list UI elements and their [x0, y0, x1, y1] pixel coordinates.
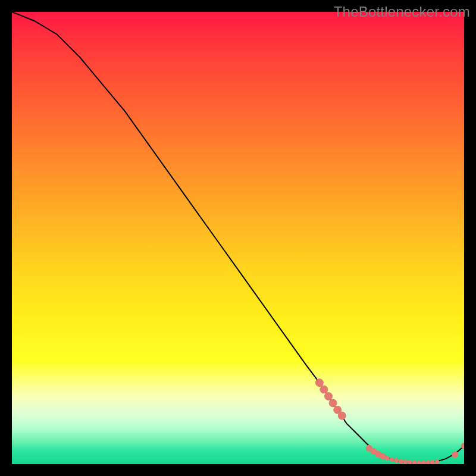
watermark-label: TheBottlenecker.com [334, 4, 470, 20]
marker-dot [315, 379, 323, 387]
curve-line [12, 12, 464, 464]
marker-dot [394, 458, 399, 462]
marker-dot [380, 453, 386, 459]
marker-dot [390, 458, 394, 462]
marker-dot [452, 452, 458, 458]
marker-dot [320, 386, 328, 393]
marker-dot [338, 412, 346, 419]
marker-dot [412, 461, 416, 464]
plot-area [12, 12, 464, 464]
marker-dot [329, 399, 337, 407]
curve-markers [315, 379, 464, 464]
chart-frame: TheBottlenecker.com [0, 0, 476, 476]
bottleneck-curve [12, 12, 464, 464]
marker-dot [417, 461, 421, 464]
marker-dot [421, 461, 425, 464]
marker-dot [430, 461, 434, 465]
marker-dot [408, 461, 412, 465]
marker-dot [325, 393, 333, 400]
marker-dot [403, 460, 408, 464]
marker-dot [435, 460, 439, 464]
marker-dot [426, 461, 430, 464]
marker-dot [385, 456, 389, 461]
marker-dot [399, 459, 403, 464]
